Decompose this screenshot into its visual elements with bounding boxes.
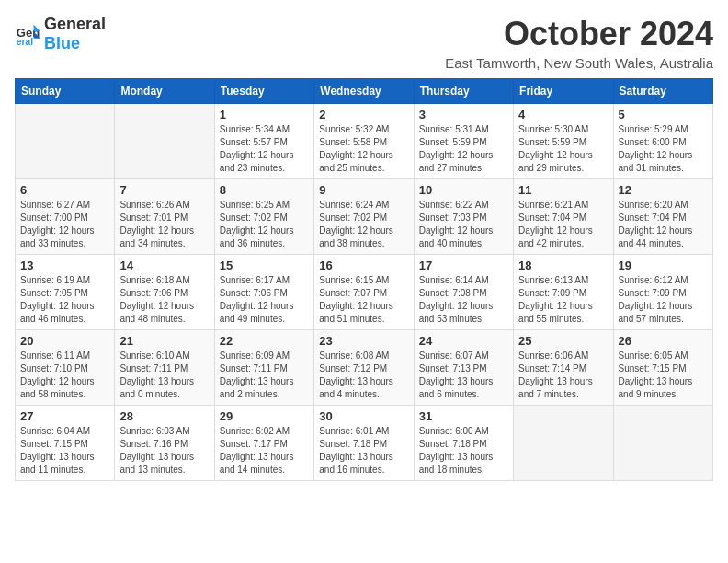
day-info: Sunrise: 6:05 AMSunset: 7:15 PMDaylight:… xyxy=(619,350,708,401)
logo-blue: Blue xyxy=(44,34,80,52)
day-info: Sunrise: 6:08 AMSunset: 7:12 PMDaylight:… xyxy=(319,350,408,401)
page-header: Gen eral General Blue October 2024 East … xyxy=(15,15,713,71)
calendar-week-4: 20Sunrise: 6:11 AMSunset: 7:10 PMDayligh… xyxy=(16,330,713,406)
day-number: 26 xyxy=(619,334,708,348)
weekday-header-sunday: Sunday xyxy=(16,79,115,104)
day-info: Sunrise: 6:07 AMSunset: 7:13 PMDaylight:… xyxy=(419,350,508,401)
day-number: 14 xyxy=(119,259,209,272)
day-info: Sunrise: 6:17 AMSunset: 7:06 PMDaylight:… xyxy=(220,274,309,326)
day-info: Sunrise: 5:29 AMSunset: 6:00 PMDaylight:… xyxy=(619,123,708,175)
day-number: 16 xyxy=(319,259,408,272)
calendar-cell: 29Sunrise: 6:02 AMSunset: 7:17 PMDayligh… xyxy=(214,406,313,481)
calendar-cell: 9Sunrise: 6:24 AMSunset: 7:02 PMDaylight… xyxy=(314,179,414,255)
weekday-header-thursday: Thursday xyxy=(414,79,513,104)
weekday-header-wednesday: Wednesday xyxy=(314,79,414,104)
calendar-cell: 6Sunrise: 6:27 AMSunset: 7:00 PMDaylight… xyxy=(16,179,115,255)
day-number: 15 xyxy=(220,259,309,272)
day-number: 17 xyxy=(419,259,508,272)
day-info: Sunrise: 5:31 AMSunset: 5:59 PMDaylight:… xyxy=(419,123,508,175)
day-info: Sunrise: 6:01 AMSunset: 7:18 PMDaylight:… xyxy=(319,425,408,477)
calendar-cell: 17Sunrise: 6:14 AMSunset: 7:08 PMDayligh… xyxy=(414,255,513,330)
location-title: East Tamworth, New South Wales, Australi… xyxy=(445,55,713,71)
calendar-cell: 28Sunrise: 6:03 AMSunset: 7:16 PMDayligh… xyxy=(115,406,214,481)
calendar-cell: 7Sunrise: 6:26 AMSunset: 7:01 PMDaylight… xyxy=(115,179,214,255)
weekday-header-tuesday: Tuesday xyxy=(214,79,313,104)
day-info: Sunrise: 6:21 AMSunset: 7:04 PMDaylight:… xyxy=(518,199,608,250)
day-number: 1 xyxy=(220,108,309,121)
day-number: 2 xyxy=(319,108,408,121)
calendar-cell: 8Sunrise: 6:25 AMSunset: 7:02 PMDaylight… xyxy=(214,179,313,255)
calendar-table: SundayMondayTuesdayWednesdayThursdayFrid… xyxy=(15,78,713,481)
day-number: 9 xyxy=(319,183,408,197)
calendar-week-3: 13Sunrise: 6:19 AMSunset: 7:05 PMDayligh… xyxy=(16,255,713,330)
calendar-cell: 25Sunrise: 6:06 AMSunset: 7:14 PMDayligh… xyxy=(514,330,613,406)
day-number: 27 xyxy=(20,409,109,423)
day-info: Sunrise: 6:13 AMSunset: 7:09 PMDaylight:… xyxy=(518,274,608,326)
day-number: 8 xyxy=(220,183,309,197)
day-number: 10 xyxy=(419,183,508,197)
day-number: 30 xyxy=(319,409,408,423)
day-info: Sunrise: 6:14 AMSunset: 7:08 PMDaylight:… xyxy=(419,274,508,326)
calendar-cell: 24Sunrise: 6:07 AMSunset: 7:13 PMDayligh… xyxy=(414,330,513,406)
calendar-cell: 22Sunrise: 6:09 AMSunset: 7:11 PMDayligh… xyxy=(214,330,313,406)
calendar-cell: 12Sunrise: 6:20 AMSunset: 7:04 PMDayligh… xyxy=(613,179,712,255)
day-number: 13 xyxy=(20,259,109,272)
day-number: 20 xyxy=(20,334,109,348)
day-number: 6 xyxy=(20,183,109,197)
calendar-cell: 23Sunrise: 6:08 AMSunset: 7:12 PMDayligh… xyxy=(314,330,414,406)
calendar-cell: 20Sunrise: 6:11 AMSunset: 7:10 PMDayligh… xyxy=(16,330,115,406)
day-info: Sunrise: 6:02 AMSunset: 7:17 PMDaylight:… xyxy=(220,425,309,477)
day-number: 11 xyxy=(518,183,608,197)
weekday-header-saturday: Saturday xyxy=(613,79,712,104)
calendar-cell xyxy=(16,104,115,179)
calendar-cell xyxy=(115,104,214,179)
day-number: 29 xyxy=(220,409,309,423)
calendar-cell: 26Sunrise: 6:05 AMSunset: 7:15 PMDayligh… xyxy=(613,330,712,406)
day-number: 25 xyxy=(518,334,608,348)
day-info: Sunrise: 6:25 AMSunset: 7:02 PMDaylight:… xyxy=(220,199,309,250)
day-info: Sunrise: 5:32 AMSunset: 5:58 PMDaylight:… xyxy=(319,123,408,175)
day-info: Sunrise: 6:04 AMSunset: 7:15 PMDaylight:… xyxy=(20,425,109,477)
day-number: 7 xyxy=(119,183,209,197)
calendar-header-row: SundayMondayTuesdayWednesdayThursdayFrid… xyxy=(16,79,713,104)
calendar-week-1: 1Sunrise: 5:34 AMSunset: 5:57 PMDaylight… xyxy=(16,104,713,179)
month-title: October 2024 xyxy=(445,15,713,53)
day-info: Sunrise: 6:00 AMSunset: 7:18 PMDaylight:… xyxy=(419,425,508,477)
day-info: Sunrise: 6:18 AMSunset: 7:06 PMDaylight:… xyxy=(119,274,209,326)
calendar-cell: 27Sunrise: 6:04 AMSunset: 7:15 PMDayligh… xyxy=(16,406,115,481)
calendar-cell xyxy=(514,406,613,481)
day-info: Sunrise: 6:12 AMSunset: 7:09 PMDaylight:… xyxy=(619,274,708,326)
calendar-cell: 4Sunrise: 5:30 AMSunset: 5:59 PMDaylight… xyxy=(514,104,613,179)
title-area: October 2024 East Tamworth, New South Wa… xyxy=(445,15,713,71)
calendar-cell: 5Sunrise: 5:29 AMSunset: 6:00 PMDaylight… xyxy=(613,104,712,179)
day-number: 18 xyxy=(518,259,608,272)
calendar-cell: 1Sunrise: 5:34 AMSunset: 5:57 PMDaylight… xyxy=(214,104,313,179)
day-info: Sunrise: 6:26 AMSunset: 7:01 PMDaylight:… xyxy=(119,199,209,250)
weekday-header-monday: Monday xyxy=(115,79,214,104)
day-info: Sunrise: 6:06 AMSunset: 7:14 PMDaylight:… xyxy=(518,350,608,401)
day-info: Sunrise: 6:22 AMSunset: 7:03 PMDaylight:… xyxy=(419,199,508,250)
calendar-cell: 10Sunrise: 6:22 AMSunset: 7:03 PMDayligh… xyxy=(414,179,513,255)
logo-general: General xyxy=(44,15,106,34)
day-info: Sunrise: 6:09 AMSunset: 7:11 PMDaylight:… xyxy=(220,350,309,401)
logo-icon: Gen eral xyxy=(15,21,40,47)
day-number: 31 xyxy=(419,409,508,423)
day-info: Sunrise: 6:19 AMSunset: 7:05 PMDaylight:… xyxy=(20,274,109,326)
calendar-cell: 16Sunrise: 6:15 AMSunset: 7:07 PMDayligh… xyxy=(314,255,414,330)
day-info: Sunrise: 6:20 AMSunset: 7:04 PMDaylight:… xyxy=(619,199,708,250)
day-number: 23 xyxy=(319,334,408,348)
day-number: 5 xyxy=(619,108,708,121)
calendar-cell: 11Sunrise: 6:21 AMSunset: 7:04 PMDayligh… xyxy=(514,179,613,255)
calendar-cell: 21Sunrise: 6:10 AMSunset: 7:11 PMDayligh… xyxy=(115,330,214,406)
day-number: 28 xyxy=(119,409,209,423)
calendar-cell: 18Sunrise: 6:13 AMSunset: 7:09 PMDayligh… xyxy=(514,255,613,330)
day-number: 4 xyxy=(518,108,608,121)
day-info: Sunrise: 5:34 AMSunset: 5:57 PMDaylight:… xyxy=(220,123,309,175)
calendar-cell: 3Sunrise: 5:31 AMSunset: 5:59 PMDaylight… xyxy=(414,104,513,179)
day-info: Sunrise: 6:11 AMSunset: 7:10 PMDaylight:… xyxy=(20,350,109,401)
day-number: 3 xyxy=(419,108,508,121)
day-number: 21 xyxy=(119,334,209,348)
day-info: Sunrise: 6:10 AMSunset: 7:11 PMDaylight:… xyxy=(119,350,209,401)
day-info: Sunrise: 6:27 AMSunset: 7:00 PMDaylight:… xyxy=(20,199,109,250)
calendar-cell: 30Sunrise: 6:01 AMSunset: 7:18 PMDayligh… xyxy=(314,406,414,481)
